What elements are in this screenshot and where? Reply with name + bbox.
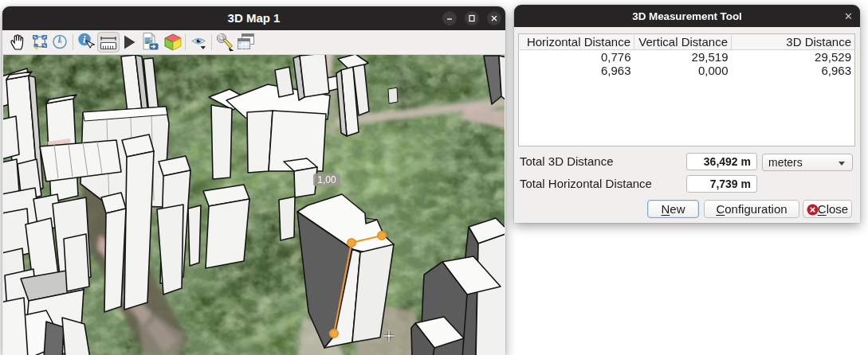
svg-text:1,00: 1,00 [317, 174, 336, 185]
